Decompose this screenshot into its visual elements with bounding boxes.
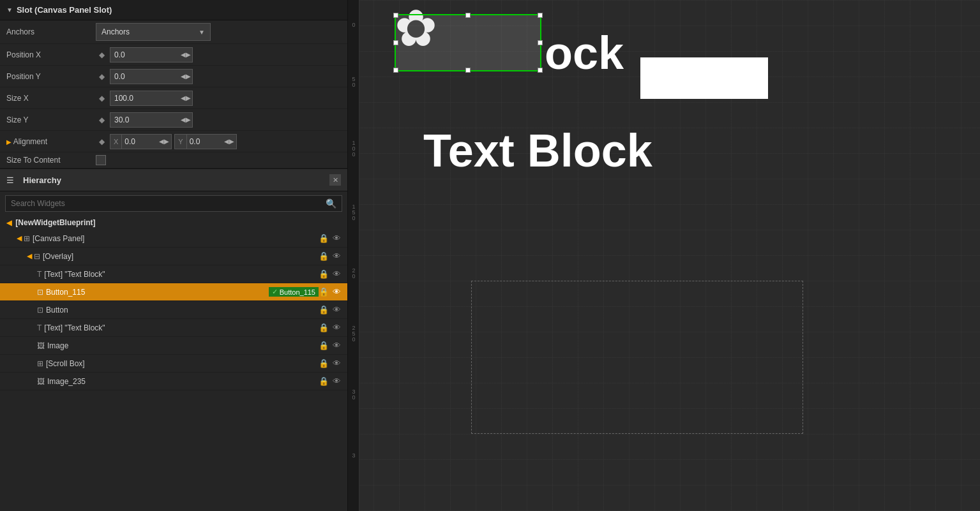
- image-lock-icon[interactable]: 🔒: [319, 341, 329, 350]
- left-panel: ▼ Slot (Canvas Panel Slot) Anchors Ancho…: [0, 0, 348, 511]
- size-to-content-checkbox[interactable]: [96, 155, 106, 165]
- alignment-x-input[interactable]: [122, 137, 157, 146]
- tree-item-text-block-2[interactable]: T [Text] "Text Block" 🔒 👁: [0, 319, 347, 337]
- scroll-box-icon: ⊞: [37, 359, 43, 368]
- tree-item-text-block-1[interactable]: T [Text] "Text Block" 🔒 👁: [0, 265, 347, 283]
- tree-item-button-115[interactable]: ⊡ Button_115 ✓ Button_115 🔒 👁: [0, 283, 347, 301]
- scroll-box-eye-icon[interactable]: 👁: [333, 359, 341, 368]
- tree-root-label: [NewWidgetBlueprint]: [15, 218, 95, 227]
- overlay-label: [Overlay]: [43, 252, 319, 261]
- canvas-background: 0 50 100 150 20 250 30 3 ✿: [348, 0, 980, 511]
- button-icon: ⊡: [37, 306, 43, 315]
- text-block-2-lock-icon[interactable]: 🔒: [319, 323, 329, 332]
- anchors-dropdown[interactable]: Anchors ▼: [96, 23, 211, 41]
- tree-view: ◀ [NewWidgetBlueprint] ◀ ⊞ [Canvas Panel…: [0, 216, 347, 511]
- canvas-panel-icon: ⊞: [24, 234, 30, 243]
- position-y-input[interactable]: [110, 69, 193, 84]
- tree-root-item[interactable]: ◀ [NewWidgetBlueprint]: [0, 216, 347, 230]
- size-y-reset-btn[interactable]: ◆: [96, 114, 107, 126]
- hierarchy-title: Hierarchy: [23, 175, 324, 185]
- search-bar: 🔍: [5, 195, 342, 212]
- size-y-row: Size Y ◆ ◀▶: [0, 109, 347, 131]
- text-block-1-eye-icon[interactable]: 👁: [333, 269, 341, 279]
- ruler-left: 0 50 100 150 20 250 30 3: [348, 0, 359, 511]
- text-block-2-eye-icon[interactable]: 👁: [333, 323, 341, 332]
- image-235-eye-icon[interactable]: 👁: [333, 376, 341, 386]
- handle-mr[interactable]: [538, 40, 543, 45]
- hierarchy-header: ☰ Hierarchy ✕: [0, 169, 347, 191]
- tree-item-image[interactable]: 🖼 Image 🔒 👁: [0, 337, 347, 355]
- ruler-mark-350: 3: [348, 453, 359, 459]
- image-235-icon: 🖼: [37, 377, 45, 386]
- alignment-reset-btn[interactable]: ◆: [96, 136, 107, 147]
- overlay-eye-icon[interactable]: 👁: [333, 251, 341, 261]
- size-x-input[interactable]: [110, 91, 193, 106]
- tree-item-scroll-box[interactable]: ⊞ [Scroll Box] 🔒 👁: [0, 355, 347, 373]
- image-eye-icon[interactable]: 👁: [333, 341, 341, 350]
- text-block-canvas: Text Block: [423, 124, 652, 177]
- ruler-mark-100: 100: [348, 140, 359, 158]
- button-115-eye-icon[interactable]: 👁: [333, 287, 341, 297]
- handle-tr[interactable]: [538, 13, 543, 18]
- tree-item-button[interactable]: ⊡ Button 🔒 👁: [0, 301, 347, 319]
- ruler-mark-250: 250: [348, 325, 359, 343]
- size-y-controls: ◆ ◀▶: [96, 112, 341, 128]
- handle-bl[interactable]: [393, 68, 398, 73]
- overlay-expand-icon: ◀: [27, 252, 32, 260]
- anchors-label: Anchors: [6, 27, 96, 36]
- overlay-lock-icon[interactable]: 🔒: [319, 251, 329, 261]
- tree-item-canvas-panel[interactable]: ◀ ⊞ [Canvas Panel] 🔒 👁: [0, 230, 347, 248]
- image-235-lock-icon[interactable]: 🔒: [319, 376, 329, 386]
- alignment-controls: ◆ X ◀▶ Y ◀▶: [96, 134, 341, 149]
- button-eye-icon[interactable]: 👁: [333, 305, 341, 315]
- size-y-input[interactable]: [110, 112, 193, 128]
- size-x-reset-btn[interactable]: ◆: [96, 93, 107, 104]
- search-input[interactable]: [11, 199, 322, 208]
- size-y-label: Size Y: [6, 115, 96, 124]
- text-block-partial: ock: [545, 27, 624, 79]
- alignment-x-input-wrapper: X ◀▶: [110, 134, 172, 149]
- slot-title: Slot (Canvas Panel Slot): [17, 5, 112, 15]
- canvas-panel-icons: 🔒 👁: [319, 233, 341, 243]
- scroll-box-lock-icon[interactable]: 🔒: [319, 359, 329, 368]
- text-block-1-lock-icon[interactable]: 🔒: [319, 269, 329, 279]
- position-x-input[interactable]: [110, 47, 193, 63]
- position-x-reset-btn[interactable]: ◆: [96, 49, 107, 61]
- white-image-box: [640, 57, 768, 99]
- selected-widget-outline[interactable]: [395, 14, 541, 71]
- tree-item-overlay[interactable]: ◀ ⊟ [Overlay] 🔒 👁: [0, 248, 347, 265]
- button-115-icon: ⊡: [37, 288, 43, 297]
- handle-br[interactable]: [538, 68, 543, 73]
- tree-item-image-235[interactable]: 🖼 Image_235 🔒 👁: [0, 373, 347, 390]
- canvas-area: 0 50 100 150 20 250 30 3 ✿: [348, 0, 980, 511]
- hierarchy-close-btn[interactable]: ✕: [329, 174, 341, 186]
- scroll-box-label: [Scroll Box]: [46, 359, 319, 368]
- canvas-panel-lock-icon[interactable]: 🔒: [319, 233, 329, 243]
- alignment-y-input[interactable]: [187, 137, 222, 146]
- alignment-y-arrow-icon: ◀▶: [222, 138, 236, 145]
- alignment-row: ▶ Alignment ◆ X ◀▶ Y ◀▶: [0, 131, 347, 152]
- text-block-2-icons: 🔒 👁: [319, 323, 341, 332]
- handle-tc[interactable]: [465, 13, 471, 18]
- handle-ml[interactable]: [393, 40, 398, 45]
- handle-bc[interactable]: [465, 68, 471, 73]
- position-y-reset-btn[interactable]: ◆: [96, 71, 107, 82]
- slot-header: ▼ Slot (Canvas Panel Slot): [0, 0, 347, 20]
- size-x-row: Size X ◆ ◀▶: [0, 87, 347, 109]
- canvas-panel-eye-icon[interactable]: 👁: [333, 233, 341, 243]
- button-lock-icon[interactable]: 🔒: [319, 305, 329, 315]
- ruler-mark-0: 0: [348, 22, 359, 28]
- search-icon: 🔍: [326, 198, 336, 209]
- handle-tl[interactable]: [393, 13, 398, 18]
- alignment-x-arrow-icon: ◀▶: [157, 138, 171, 145]
- canvas-content: ✿ ock Text Block: [359, 0, 980, 511]
- alignment-x-label: X: [110, 135, 122, 149]
- button-icons: 🔒 👁: [319, 305, 341, 315]
- ruler-mark-300: 30: [348, 389, 359, 401]
- size-y-input-wrapper: ◀▶: [110, 112, 193, 128]
- text-block-2-icon: T: [37, 323, 41, 332]
- position-y-label: Position Y: [6, 72, 96, 81]
- position-x-controls: ◆ ◀▶: [96, 47, 341, 63]
- alignment-y-input-wrapper: Y ◀▶: [174, 134, 236, 149]
- button-115-lock-icon[interactable]: 🔒: [319, 287, 329, 297]
